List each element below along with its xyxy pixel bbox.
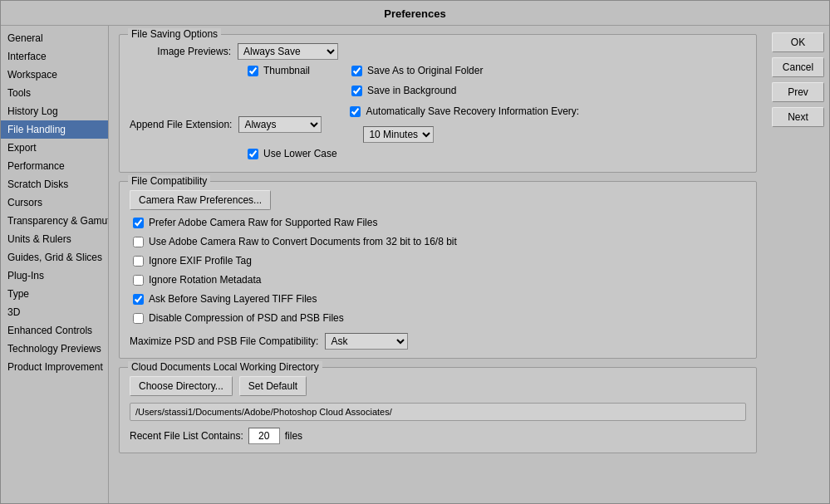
sidebar-item-plug-ins[interactable]: Plug-Ins: [1, 267, 108, 285]
thumbnail-checkbox[interactable]: [248, 66, 258, 76]
image-previews-select[interactable]: Always SaveNever SaveAsk When Saving: [238, 43, 338, 60]
lower-case-checkbox[interactable]: [248, 149, 258, 159]
ignore-exif-label[interactable]: Ignore EXIF Profile Tag: [149, 255, 252, 267]
auto-save-label[interactable]: Automatically Save Recovery Information …: [366, 105, 579, 117]
next-button[interactable]: Next: [772, 107, 824, 127]
save-as-original-checkbox[interactable]: [351, 66, 362, 76]
ask-tiff-label[interactable]: Ask Before Saving Layered TIFF Files: [149, 293, 317, 305]
append-ext-row: Append File Extension: AlwaysNeverAsk Au…: [130, 105, 746, 143]
file-saving-section: File Saving Options Image Previews: Alwa…: [119, 34, 757, 173]
sidebar-item-file-handling[interactable]: File Handling: [1, 120, 108, 139]
ignore-exif-row: Ignore EXIF Profile Tag: [130, 255, 746, 267]
cloud-docs-section: Cloud Documents Local Working Directory …: [119, 367, 757, 453]
set-default-button[interactable]: Set Default: [239, 376, 307, 396]
camera-raw-prefs-button[interactable]: Camera Raw Preferences...: [130, 190, 271, 210]
sidebar-item-interface[interactable]: Interface: [1, 47, 108, 66]
sidebar-item-workspace[interactable]: Workspace: [1, 66, 108, 84]
ignore-rotation-checkbox[interactable]: [133, 275, 144, 286]
sidebar-item-guides--grid---slices[interactable]: Guides, Grid & Slices: [1, 248, 108, 267]
recent-files-input[interactable]: [248, 428, 280, 444]
auto-save-checkbox[interactable]: [350, 106, 361, 117]
disable-compression-checkbox[interactable]: [133, 313, 144, 324]
sidebar-item-performance[interactable]: Performance: [1, 157, 108, 175]
cloud-docs-title: Cloud Documents Local Working Directory: [128, 361, 322, 373]
ignore-exif-checkbox[interactable]: [133, 256, 144, 267]
sidebar: GeneralInterfaceWorkspaceToolsHistory Lo…: [1, 26, 109, 503]
sidebar-item-cursors[interactable]: Cursors: [1, 193, 108, 212]
ignore-rotation-row: Ignore Rotation Metadata: [130, 274, 746, 286]
sidebar-item-general[interactable]: General: [1, 29, 108, 47]
disable-compression-label[interactable]: Disable Compression of PSD and PSB Files: [149, 312, 344, 324]
auto-save-row: Automatically Save Recovery Information …: [346, 105, 579, 117]
sidebar-item-export[interactable]: Export: [1, 139, 108, 157]
prefer-adobe-raw-checkbox[interactable]: [133, 218, 144, 228]
ask-tiff-row: Ask Before Saving Layered TIFF Files: [130, 293, 746, 305]
save-background-checkbox[interactable]: [351, 86, 362, 96]
maximize-row: Maximize PSD and PSB File Compatibility:…: [130, 333, 746, 350]
sidebar-item-product-improvement[interactable]: Product Improvement: [1, 358, 108, 376]
choose-directory-button[interactable]: Choose Directory...: [130, 376, 233, 396]
dialog-buttons-panel: OK Cancel Prev Next: [767, 26, 829, 503]
prefer-adobe-raw-label[interactable]: Prefer Adobe Camera Raw for Supported Ra…: [149, 217, 377, 228]
use-lower-case-row: Use Lower Case: [244, 148, 746, 159]
sidebar-item-scratch-disks[interactable]: Scratch Disks: [1, 175, 108, 193]
image-previews-row: Image Previews: Always SaveNever SaveAsk…: [130, 43, 746, 60]
prefer-adobe-raw-row: Prefer Adobe Camera Raw for Supported Ra…: [130, 217, 746, 228]
main-content-area: File Saving Options Image Previews: Alwa…: [109, 26, 767, 503]
sidebar-item-tools[interactable]: Tools: [1, 84, 108, 102]
save-as-original-row: Save As to Original Folder: [348, 65, 483, 76]
ignore-rotation-label[interactable]: Ignore Rotation Metadata: [149, 274, 261, 286]
maximize-label: Maximize PSD and PSB File Compatibility:: [130, 335, 318, 347]
sidebar-item-transparency---gamut[interactable]: Transparency & Gamut: [1, 212, 108, 230]
recent-files-suffix: files: [285, 430, 302, 442]
save-as-original-label[interactable]: Save As to Original Folder: [367, 65, 483, 76]
sidebar-item-type[interactable]: Type: [1, 285, 108, 303]
append-ext-select[interactable]: AlwaysNeverAsk: [238, 116, 322, 133]
file-saving-title: File Saving Options: [128, 28, 221, 40]
file-compat-title: File Compatibility: [128, 175, 210, 187]
ok-button[interactable]: OK: [772, 32, 824, 52]
window-title: Preferences: [384, 7, 445, 20]
cancel-button[interactable]: Cancel: [772, 57, 824, 77]
ask-tiff-checkbox[interactable]: [133, 294, 144, 305]
cloud-path-display: /Users/stassi1/Documents/Adobe/Photoshop…: [130, 403, 746, 421]
cloud-buttons-row: Choose Directory... Set Default: [130, 376, 746, 396]
title-bar: Preferences: [1, 1, 829, 26]
auto-save-minutes-select[interactable]: 5 Minutes10 Minutes15 Minutes30 Minutes1…: [363, 126, 434, 143]
recent-files-label: Recent File List Contains:: [130, 430, 243, 442]
sidebar-item-history-log[interactable]: History Log: [1, 102, 108, 120]
image-previews-label: Image Previews:: [130, 46, 238, 57]
prev-button[interactable]: Prev: [772, 82, 824, 102]
maximize-select[interactable]: AskAlwaysNever: [325, 333, 408, 350]
append-ext-label: Append File Extension:: [130, 119, 238, 130]
preferences-window: Preferences GeneralInterfaceWorkspaceToo…: [0, 0, 830, 504]
use-adobe-raw-label[interactable]: Use Adobe Camera Raw to Convert Document…: [149, 236, 457, 247]
lower-case-label[interactable]: Use Lower Case: [263, 148, 337, 159]
recent-file-row: Recent File List Contains: files: [130, 428, 746, 444]
use-adobe-raw-row: Use Adobe Camera Raw to Convert Document…: [130, 236, 746, 247]
sidebar-item-units---rulers[interactable]: Units & Rulers: [1, 230, 108, 248]
use-adobe-raw-checkbox[interactable]: [133, 237, 144, 247]
compat-checks: Prefer Adobe Camera Raw for Supported Ra…: [130, 217, 746, 328]
sidebar-item-technology-previews[interactable]: Technology Previews: [1, 340, 108, 358]
thumbnail-label[interactable]: Thumbnail: [263, 65, 310, 76]
thumbnail-row: Thumbnail: [244, 65, 310, 76]
disable-compression-row: Disable Compression of PSD and PSB Files: [130, 312, 746, 324]
sidebar-item-3d[interactable]: 3D: [1, 303, 108, 321]
sidebar-item-enhanced-controls[interactable]: Enhanced Controls: [1, 321, 108, 340]
save-in-background-row: Save in Background: [348, 85, 483, 96]
save-background-label[interactable]: Save in Background: [367, 85, 456, 96]
file-compat-section: File Compatibility Camera Raw Preference…: [119, 181, 757, 359]
